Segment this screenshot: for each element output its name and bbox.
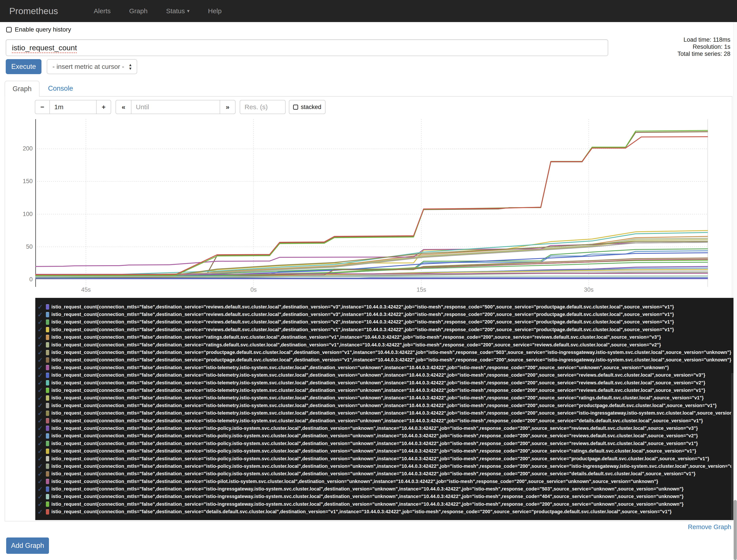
check-icon[interactable]: ✓	[38, 349, 46, 356]
legend-item[interactable]: ✓istio_request_count{connection_mtls="fa…	[38, 478, 734, 485]
check-icon[interactable]: ✓	[38, 432, 46, 440]
check-icon[interactable]: ✓	[38, 462, 46, 470]
legend-item[interactable]: ✓istio_request_count{connection_mtls="fa…	[38, 311, 734, 318]
series-line[interactable]	[35, 276, 708, 277]
range-increase-button[interactable]: +	[96, 100, 111, 114]
legend-item[interactable]: ✓istio_request_count{connection_mtls="fa…	[38, 394, 734, 402]
check-icon[interactable]: ✓	[38, 493, 46, 500]
legend-item[interactable]: ✓istio_request_count{connection_mtls="fa…	[38, 470, 734, 478]
page-scrollbar-thumb[interactable]	[734, 500, 737, 560]
y-tick-label: 0	[8, 276, 33, 283]
stacked-toggle[interactable]: stacked	[289, 100, 326, 114]
check-icon[interactable]: ✓	[38, 447, 46, 455]
legend-item[interactable]: ✓istio_request_count{connection_mtls="fa…	[38, 379, 734, 387]
legend-scrollbar[interactable]	[731, 373, 733, 520]
legend-item[interactable]: ✓istio_request_count{connection_mtls="fa…	[38, 440, 734, 447]
until-input[interactable]: Until	[131, 100, 220, 114]
series-label: istio_request_count{connection_mtls="fal…	[51, 327, 674, 333]
legend-item[interactable]: ✓istio_request_count{connection_mtls="fa…	[38, 356, 734, 364]
legend-item[interactable]: ✓istio_request_count{connection_mtls="fa…	[38, 417, 734, 425]
query-input[interactable]: istio_request_count	[6, 39, 608, 56]
nav-item-status[interactable]: Status▾	[157, 7, 199, 15]
check-icon[interactable]: ✓	[38, 379, 46, 387]
nav-item-help[interactable]: Help	[199, 7, 231, 15]
y-tick-label: 50	[8, 243, 33, 250]
check-icon[interactable]: ✓	[38, 326, 46, 333]
navbar: Prometheus AlertsGraphStatus▾Help	[0, 0, 737, 22]
check-icon[interactable]: ✓	[38, 387, 46, 394]
legend-item[interactable]: ✓istio_request_count{connection_mtls="fa…	[38, 508, 734, 516]
query-history-toggle[interactable]: Enable query history	[6, 26, 71, 33]
tab-graph[interactable]: Graph	[5, 81, 39, 97]
legend-item[interactable]: ✓istio_request_count{connection_mtls="fa…	[38, 462, 734, 470]
series-line[interactable]	[35, 278, 708, 278]
check-icon[interactable]: ✓	[38, 364, 46, 371]
legend-item[interactable]: ✓istio_request_count{connection_mtls="fa…	[38, 402, 734, 409]
add-graph-button[interactable]: Add Graph	[6, 537, 49, 554]
range-input[interactable]: 1m	[49, 100, 97, 114]
remove-graph-link[interactable]: Remove Graph	[688, 523, 731, 531]
legend-item[interactable]: ✓istio_request_count{connection_mtls="fa…	[38, 409, 734, 417]
nav-item-alerts[interactable]: Alerts	[84, 7, 120, 15]
series-label: istio_request_count{connection_mtls="fal…	[51, 448, 696, 454]
legend-item[interactable]: ✓istio_request_count{connection_mtls="fa…	[38, 372, 734, 379]
time-back-button[interactable]: «	[116, 100, 131, 114]
check-icon[interactable]: ✓	[38, 470, 46, 478]
check-icon[interactable]: ✓	[38, 500, 46, 508]
check-icon[interactable]: ✓	[38, 318, 46, 326]
tab-console[interactable]: Console	[41, 81, 81, 97]
check-icon[interactable]: ✓	[38, 334, 46, 341]
insert-metric-select[interactable]: - insert metric at cursor - ▴▾	[47, 59, 137, 74]
legend-item[interactable]: ✓istio_request_count{connection_mtls="fa…	[38, 334, 734, 341]
check-icon[interactable]: ✓	[38, 425, 46, 432]
insert-metric-value: - insert metric at cursor -	[53, 63, 124, 70]
nav-item-graph[interactable]: Graph	[120, 7, 157, 15]
execute-button[interactable]: Execute	[6, 59, 41, 74]
check-icon[interactable]: ✓	[38, 417, 46, 425]
legend-item[interactable]: ✓istio_request_count{connection_mtls="fa…	[38, 447, 734, 455]
check-icon[interactable]: ✓	[38, 455, 46, 462]
checkbox-icon[interactable]	[6, 27, 12, 32]
check-icon[interactable]: ✓	[38, 394, 46, 402]
check-icon[interactable]: ✓	[38, 356, 46, 364]
range-decrease-button[interactable]: −	[35, 100, 50, 114]
check-icon[interactable]: ✓	[38, 402, 46, 409]
legend-item[interactable]: ✓istio_request_count{connection_mtls="fa…	[38, 493, 734, 500]
check-icon[interactable]: ✓	[38, 341, 46, 349]
series-color-swatch	[46, 395, 49, 401]
legend-item[interactable]: ✓istio_request_count{connection_mtls="fa…	[38, 341, 734, 349]
legend-item[interactable]: ✓istio_request_count{connection_mtls="fa…	[38, 425, 734, 432]
series-label: istio_request_count{connection_mtls="fal…	[51, 403, 717, 408]
query-history-label: Enable query history	[15, 26, 71, 33]
legend-item[interactable]: ✓istio_request_count{connection_mtls="fa…	[38, 485, 734, 493]
series-line[interactable]	[35, 132, 708, 275]
legend-item[interactable]: ✓istio_request_count{connection_mtls="fa…	[38, 500, 734, 508]
legend-item[interactable]: ✓istio_request_count{connection_mtls="fa…	[38, 364, 734, 371]
check-icon[interactable]: ✓	[38, 303, 46, 311]
series-line[interactable]	[35, 279, 708, 279]
check-icon[interactable]: ✓	[38, 485, 46, 493]
series-color-swatch	[46, 350, 49, 355]
resolution-input[interactable]: Res. (s)	[240, 100, 286, 114]
legend-item[interactable]: ✓istio_request_count{connection_mtls="fa…	[38, 349, 734, 356]
check-icon[interactable]: ✓	[38, 440, 46, 447]
check-icon[interactable]: ✓	[38, 508, 46, 516]
check-icon[interactable]: ✓	[38, 478, 46, 485]
check-icon[interactable]: ✓	[38, 311, 46, 318]
brand-prometheus[interactable]: Prometheus	[9, 6, 58, 16]
legend-item[interactable]: ✓istio_request_count{connection_mtls="fa…	[38, 326, 734, 333]
time-forward-button[interactable]: »	[220, 100, 236, 114]
legend-item[interactable]: ✓istio_request_count{connection_mtls="fa…	[38, 455, 734, 462]
graph-canvas[interactable]	[35, 119, 708, 287]
legend-item[interactable]: ✓istio_request_count{connection_mtls="fa…	[38, 303, 734, 311]
check-icon[interactable]: ✓	[38, 410, 46, 417]
legend-item[interactable]: ✓istio_request_count{connection_mtls="fa…	[38, 318, 734, 326]
stacked-label: stacked	[301, 104, 321, 111]
tab-bar: Graph Console	[5, 80, 732, 97]
legend-item[interactable]: ✓istio_request_count{connection_mtls="fa…	[38, 432, 734, 440]
stacked-checkbox-icon[interactable]	[293, 105, 298, 110]
series-label: istio_request_count{connection_mtls="fal…	[51, 304, 674, 310]
legend-item[interactable]: ✓istio_request_count{connection_mtls="fa…	[38, 387, 734, 394]
check-icon[interactable]: ✓	[38, 372, 46, 379]
page-scrollbar-track[interactable]	[733, 22, 737, 560]
